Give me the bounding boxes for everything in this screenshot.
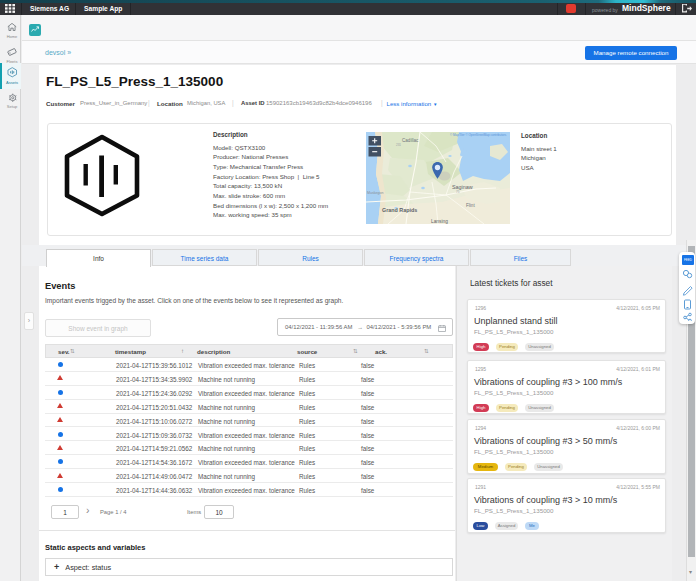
svg-text:Grand Rapids: Grand Rapids bbox=[382, 207, 417, 213]
svg-text:Flint: Flint bbox=[466, 203, 475, 208]
svg-text:Saginaw: Saginaw bbox=[452, 184, 473, 190]
svg-text:Muskegon: Muskegon bbox=[367, 191, 384, 195]
svg-text:Cadillac: Cadillac bbox=[402, 138, 419, 143]
svg-text:231: 231 bbox=[396, 143, 401, 147]
svg-text:© MapTiler © OpenStreetMap con: © MapTiler © OpenStreetMap contributors bbox=[450, 133, 507, 137]
svg-text:75: 75 bbox=[456, 190, 460, 194]
svg-text:Lansing: Lansing bbox=[431, 219, 448, 224]
